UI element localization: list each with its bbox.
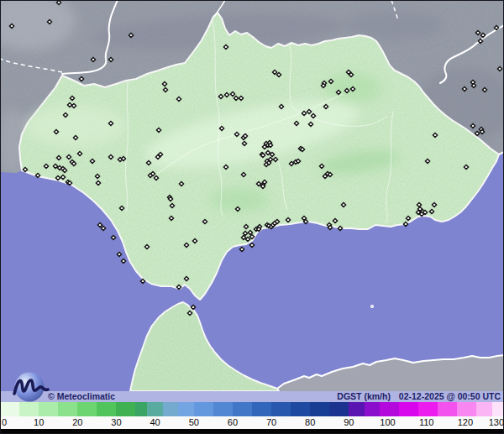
weather-gust-map-screenshot: © Meteoclimatic DGST (km/h) 02-12-2025 @…: [0, 0, 504, 434]
footer-band: © Meteoclimatic DGST (km/h) 02-12-2025 @…: [0, 391, 504, 402]
scale-tick-label: 50: [189, 416, 199, 429]
scale-tick-label: 10: [34, 416, 44, 429]
variable-label: DGST (km/h): [337, 391, 391, 401]
scale-tick-label: 70: [266, 416, 276, 429]
map-svg: [0, 0, 504, 391]
scale-segment: [116, 402, 135, 416]
copyright-label: © Meteoclimatic: [48, 391, 115, 402]
scale-segment: [213, 402, 233, 416]
meteoclimatic-logo: [7, 368, 54, 406]
map-area: [0, 0, 504, 391]
scale-tick-label: 30: [111, 416, 121, 429]
scale-tick-label: 110: [419, 416, 434, 429]
scale-segment: [329, 402, 349, 416]
scale-tick-label: 20: [72, 416, 82, 429]
scale-segment: [349, 402, 364, 416]
scale-segment: [147, 402, 162, 416]
scale-segment: [252, 402, 271, 416]
scale-segment: [77, 402, 97, 416]
scale-segment: [438, 402, 457, 416]
scale-tick-label: 100: [380, 416, 395, 429]
scale-segment: [399, 402, 418, 416]
scale-segment: [178, 402, 193, 416]
scale-segment: [233, 402, 252, 416]
scale-tick-label: 0: [2, 416, 7, 429]
scale-tick-label: 90: [344, 416, 354, 429]
scale-segment: [380, 402, 399, 416]
footer-info: DGST (km/h) 02-12-2025 @ 00:50 UTC: [331, 391, 501, 402]
scale-segment: [365, 402, 380, 416]
scale-segment: [418, 402, 438, 416]
timestamp-label: 02-12-2025 @ 00:50 UTC: [399, 391, 501, 401]
scale-tick-labels: 0102030405060708090100110120130: [0, 416, 504, 429]
scale-segment: [163, 402, 178, 416]
scale-segment: [476, 402, 491, 416]
scale-tick-label: 40: [150, 416, 160, 429]
scale-tick-label: 120: [458, 416, 473, 429]
scale-segment: [135, 402, 147, 416]
scale-segment: [194, 402, 213, 416]
scale-segment: [310, 402, 329, 416]
scale-segment: [271, 402, 291, 416]
scale-segment: [58, 402, 77, 416]
scale-segment: [492, 402, 504, 416]
scale-tick-label: 60: [228, 416, 238, 429]
scale-tick-label: 130: [489, 416, 504, 429]
scale-segment: [457, 402, 476, 416]
scale-segment: [97, 402, 116, 416]
alboran-island: [370, 305, 373, 307]
scale-tick-label: 80: [305, 416, 315, 429]
scale-segment: [291, 402, 310, 416]
color-scale-bar: [0, 402, 504, 416]
bottom-border-bar: [0, 429, 504, 434]
